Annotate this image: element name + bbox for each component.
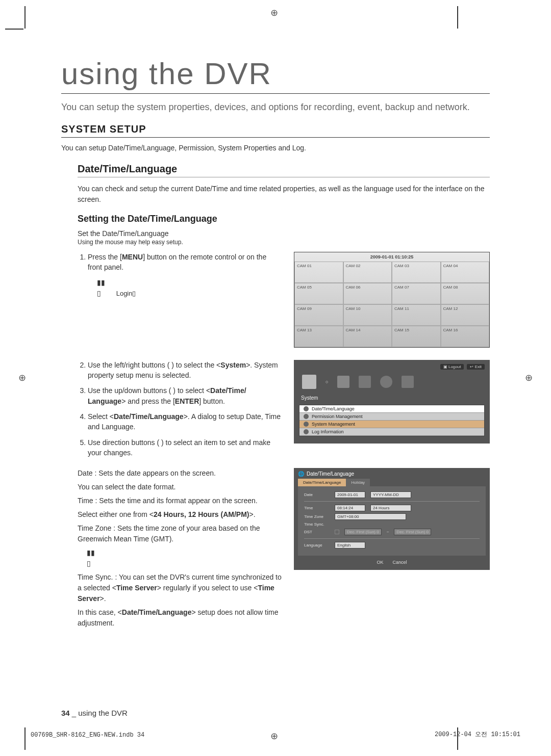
timesync-label: Time Sync. (304, 522, 330, 527)
timezone-field[interactable]: GMT+08:00 (335, 513, 406, 520)
system-tab-icon[interactable] (302, 375, 316, 389)
print-mark-filename: 00769B_SHR-8162_ENG-NEW.indb 34 (31, 732, 144, 739)
page-footer: 34_ using the DVR (61, 709, 128, 717)
section-desc: You can setup Date/Time/Language, Permis… (61, 144, 490, 152)
registration-mark-icon: ⊕ (270, 731, 278, 742)
tab-date-time-language[interactable]: Date/Time/Language (298, 479, 346, 486)
network-tab-icon[interactable] (402, 376, 414, 388)
dst-to-field[interactable]: Dec. First (Sun) 0 (394, 529, 431, 535)
date-format-field[interactable]: YYYY-MM-DD (370, 491, 411, 498)
marker-icon: ▯ (87, 558, 95, 569)
record-tab-icon[interactable] (359, 376, 371, 388)
bullet-icon: ▮▮ (87, 548, 95, 558)
cam-cell: CAM 03 (392, 262, 441, 283)
cam-cell: CAM 02 (343, 262, 392, 283)
cam-cell: CAM 14 (343, 326, 392, 347)
timezone-label: Time Zone (304, 514, 330, 519)
step-bold: System (220, 361, 246, 369)
step-bold: ENTER (175, 397, 199, 405)
cam-cell: CAM 13 (294, 326, 343, 347)
step-2: Use the left/right buttons ( ) to select… (88, 360, 282, 381)
date-fmt-expl: You can select the date format. (78, 483, 176, 491)
label: Log Information (312, 429, 344, 434)
step-text: Use the left/right buttons ( ) to select… (88, 361, 220, 369)
crop-mark (24, 727, 26, 750)
log-icon (304, 429, 309, 434)
bold-text: Date/Time/Language (122, 608, 192, 616)
registration-mark-icon: ⊕ (270, 7, 278, 18)
bullet-icon: ▮▮ (97, 277, 105, 288)
crop-mark (5, 29, 23, 30)
time-field[interactable]: 08:14:24 (335, 505, 365, 511)
cam-cell: CAM 11 (392, 304, 441, 326)
bold-text: Time Server (116, 584, 157, 592)
cam-cell: CAM 16 (441, 326, 490, 347)
step-3: Use the up/down buttons ( ) to select <D… (88, 385, 282, 406)
cancel-button[interactable]: Cancel (393, 560, 407, 565)
cam-cell: CAM 08 (441, 283, 490, 304)
crop-mark (24, 6, 26, 29)
text: In this case, < (78, 608, 122, 616)
section-heading: SYSTEM SETUP (61, 123, 490, 138)
cam-cell: CAM 09 (294, 304, 343, 326)
text: > regularly if you select to use < (157, 584, 258, 592)
label: Logout (448, 364, 461, 369)
page-number: 34 (61, 709, 70, 717)
cam-cell: CAM 04 (441, 262, 490, 283)
globe-icon: 🌐 (298, 471, 304, 477)
label: Date/Time/Language (312, 406, 355, 411)
cam-cell: CAM 10 (343, 304, 392, 326)
registration-mark-icon: ⊕ (525, 372, 533, 383)
ok-button[interactable]: OK (377, 560, 383, 565)
print-mark-timestamp: 2009-12-04 오전 10:15:01 (435, 730, 520, 739)
dst-from-field[interactable]: Dec. First (Sun) 0 (344, 529, 382, 535)
timestamp: 2009-01-01 01:10:25 (294, 252, 489, 262)
cam-cell: CAM 06 (343, 283, 392, 304)
footer-text: _ using the DVR (72, 709, 128, 717)
language-label: Language (304, 543, 330, 548)
step-bold: MENU (122, 253, 143, 261)
menu-item-system-management[interactable]: System Management (299, 421, 484, 428)
logout-icon: ▣ (443, 364, 447, 369)
registration-mark-icon: ⊕ (18, 372, 26, 383)
logout-button[interactable]: ▣ Logout (440, 364, 464, 370)
time-expl: Time : Sets the time and its format appe… (78, 497, 258, 505)
time-format-field[interactable]: 24 Hours (370, 505, 411, 511)
page-title: using the DVR (61, 56, 490, 94)
title: Date/Time/Language (307, 471, 354, 477)
menu-item-permission[interactable]: Permission Management (299, 413, 484, 421)
label: System Management (312, 422, 355, 427)
cam-cell: CAM 05 (294, 283, 343, 304)
tz-expl: Time Zone : Sets the time zone of your a… (78, 524, 260, 543)
date-field[interactable]: 2009-01-01 (335, 491, 365, 498)
tilde: ~ (387, 530, 389, 534)
text: >. (249, 510, 256, 518)
dst-label: DST (304, 530, 330, 534)
event-tab-icon[interactable] (380, 376, 392, 388)
step-5: Use direction buttons ( ) to select an i… (88, 437, 282, 458)
menu-item-log[interactable]: Log Information (299, 428, 484, 436)
cam-cell: CAM 12 (441, 304, 490, 326)
cam-cell: CAM 15 (392, 326, 441, 347)
gear-icon (304, 422, 309, 427)
exit-button[interactable]: ↩ Exit (467, 364, 485, 370)
login-label: Login (116, 290, 133, 297)
language-field[interactable]: English (335, 542, 365, 549)
system-menu-screenshot: ▣ Logout ↩ Exit ○ System Date/Time/Langu… (294, 360, 490, 444)
bold-text: 24 Hours, 12 Hours (AM/PM) (154, 510, 249, 518)
subsub-heading: Setting the Date/Time/Language (78, 214, 490, 224)
text: Select either one from < (78, 510, 154, 518)
intro-text: You can setup the system properties, dev… (61, 101, 490, 113)
dst-checkbox[interactable] (335, 530, 339, 534)
sub-desc: You can check and setup the current Date… (78, 184, 490, 204)
menu-item-date-time-language[interactable]: Date/Time/Language (299, 405, 484, 413)
camera-grid-screenshot: 2009-01-01 01:10:25 CAM 01 CAM 02 CAM 03… (294, 252, 490, 348)
system-label: System (299, 395, 485, 401)
step-text: Use direction buttons ( ) to select an i… (88, 438, 270, 457)
device-tab-icon[interactable] (337, 376, 349, 388)
time-label: Time (304, 506, 330, 510)
step-bold: Date/Time/Language (114, 412, 184, 421)
cam-cell: CAM 01 (294, 262, 343, 283)
tab-holiday[interactable]: Holiday (346, 479, 370, 486)
text: >. (100, 594, 106, 603)
